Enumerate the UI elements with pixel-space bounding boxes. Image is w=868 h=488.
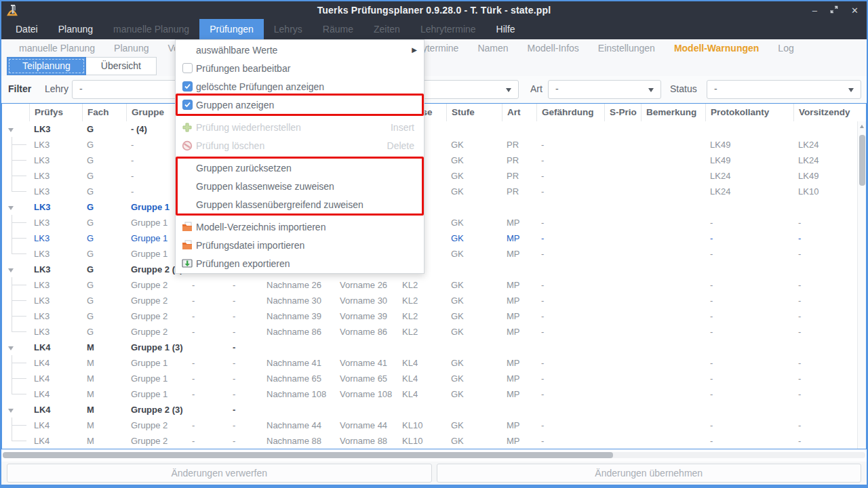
menubar-item-prüfungen[interactable]: Prüfungen [199,19,264,39]
tree-cell [2,355,29,371]
cell-pruefys: LK4 [29,386,82,402]
expander-icon[interactable] [8,128,14,132]
tab-namen[interactable]: Namen [468,43,517,54]
group-row[interactable]: LK3G- (4) [2,121,866,137]
tree-branch-line [2,215,29,230]
exam-row[interactable]: LK3GGruppe 2--Nachname 30Vorname 30KL2GK… [2,293,866,308]
exam-row[interactable]: LK3G-GKPR-LK24LK49 [2,168,866,184]
apply-changes-button[interactable]: Änderungen übernehmen [437,464,862,483]
menubar-item-datei[interactable]: Datei [5,19,48,39]
exam-row[interactable]: LK4MGruppe 1--Nachname 41Vorname 41KL4GK… [2,355,866,371]
menu-item-prüfungen-exportieren[interactable]: Prüfungen exportieren [176,254,424,272]
cell-vorsitzendy [793,121,858,137]
horizontal-scroll-thumb[interactable] [3,452,613,458]
menu-item-auswählbare-werte[interactable]: auswählbare Werte▶ [176,41,424,59]
exam-row[interactable]: LK3GGruppe 1GKMP--- [2,246,866,262]
cell-klasse: KL4 [397,371,446,386]
art-combobox[interactable]: - [548,80,661,99]
exam-row[interactable]: LK4MGruppe 1--Nachname 65Vorname 65KL4GK… [2,371,866,386]
restore-button[interactable] [830,5,838,15]
cell-sprio [604,277,641,293]
exam-row[interactable]: LK3GGruppe 1GKMP--- [2,215,866,230]
column-header-pruefys[interactable]: Prüfys [29,104,82,121]
menu-item-modell-verzeichnis-importieren[interactable]: Modell-Verzeichnis importieren [176,218,424,236]
exam-row[interactable]: LK4MGruppe 2--Nachname 88Vorname 88KL10G… [2,433,866,449]
menu-item-label: Gruppen klassenübergreifend zuweisen [196,199,424,210]
checkbox-unchecked-icon [180,63,195,73]
menu-item-gruppen-klassenweise-zuweisen[interactable]: Gruppen klassenweise zuweisen [176,177,424,195]
tab-teilplanung[interactable]: Teilplanung [7,57,86,75]
table-body: LK3G- (4)LK3G-GKPR-LK49LK24LK3G-GKPR-LK4… [2,121,866,449]
exam-row[interactable]: LK3GGruppe 2--Nachname 39Vorname 39KL2GK… [2,308,866,324]
exam-row[interactable]: LK4MGruppe 2--Nachname 44Vorname 44KL10G… [2,418,866,433]
tab-einstellungen[interactable]: Einstellungen [589,43,665,54]
column-header-protokollanty[interactable]: Protokollanty [705,104,793,121]
menubar-item-hilfe[interactable]: Hilfe [486,19,526,39]
cell-sprio [604,184,641,199]
exam-row[interactable]: LK3GGruppe 2--Nachname 26Vorname 26KL2GK… [2,277,866,293]
menu-item-gruppen-klassenübergreifend-zuweisen[interactable]: Gruppen klassenübergreifend zuweisen [176,195,424,214]
cell-vorname: Vorname 88 [335,433,397,449]
cell-sprio [604,402,641,418]
exam-row[interactable]: LK3GGruppe 1GKMP--- [2,230,866,246]
cell-protokollanty: - [705,324,793,340]
column-header-stufe[interactable]: Stufe [446,104,502,121]
menu-item-gruppen-zurücksetzen[interactable]: Gruppen zurücksetzen [176,159,424,177]
vertical-scroll-thumb[interactable] [859,135,865,186]
tab-log[interactable]: Log [768,43,803,54]
cell-pruefys: LK4 [29,418,82,433]
cell-hidden1: - [187,355,228,371]
exam-row[interactable]: LK3G-GKPR-LK24LK10 [2,184,866,199]
group-row[interactable]: LK4MGruppe 1 (3)- [2,340,866,355]
tab-modell-infos[interactable]: Modell-Infos [518,43,589,54]
cell-art: MP [502,371,536,386]
expander-icon[interactable] [8,409,14,413]
expander-icon[interactable] [8,206,14,210]
vertical-scrollbar[interactable] [857,121,866,449]
column-header-art[interactable]: Art [502,104,536,121]
discard-changes-button[interactable]: Änderungen verwerfen [7,464,432,483]
menu-item-gruppen-anzeigen[interactable]: Gruppen anzeigen [176,96,424,114]
exam-row[interactable]: LK3G-GKPR-LK49LK24 [2,137,866,152]
cell-hidden2: - [228,371,262,386]
horizontal-scrollbar[interactable] [1,449,867,462]
cell-protokollanty: - [705,215,793,230]
expander-icon[interactable] [8,346,14,350]
expander-icon[interactable] [8,268,14,272]
tab-modell-warnungen[interactable]: Modell-Warnungen [665,43,768,54]
column-header-sprio[interactable]: S-Prio [604,104,641,121]
filter-title: Filter [8,83,31,94]
group-row[interactable]: LK4MGruppe 2 (3)- [2,402,866,418]
column-header-vorsitzendy[interactable]: Vorsitzendy [793,104,858,121]
menu-item-prüfungsdatei-importieren[interactable]: Prüfungsdatei importieren [176,236,424,254]
cell-gruppe: Gruppe 1 [126,355,187,371]
exam-row[interactable]: LK3G-GKPR-LK49LK24 [2,152,866,168]
chevron-down-icon [648,88,654,92]
menu-item-gelöschte-prüfungen-anzeigen[interactable]: gelöschte Prüfungen anzeigen [176,77,424,96]
column-header-bemerkung[interactable]: Bemerkung [641,104,705,121]
column-header-fach[interactable]: Fach [82,104,126,121]
minimize-button[interactable]: – [812,6,817,15]
exam-row[interactable]: LK3GGruppe 2--Nachname 86Vorname 86KL2GK… [2,324,866,340]
tree-cell [2,293,29,308]
cell-art: PR [502,137,536,152]
column-header-gefaehrdung[interactable]: Gefährdung [536,104,604,121]
cell-bemerkung [641,355,705,371]
tab-manuelle-planung[interactable]: manuelle Planung [9,43,104,54]
tree-cell [2,402,29,418]
menubar-item-planung[interactable]: Planung [48,19,103,39]
scroll-up-icon[interactable] [858,121,866,131]
cell-hidden2: - [228,340,262,355]
menu-item-prüfungen-bearbeitbar[interactable]: Prüfungen bearbeitbar [176,59,424,77]
cell-vorsitzendy [793,402,858,418]
status-combobox[interactable]: - [707,80,861,99]
close-button[interactable]: ✕ [851,6,859,15]
exam-row[interactable]: LK4MGruppe 1--Nachname 108Vorname 108KL4… [2,386,866,402]
footer-bar: Änderungen verwerfen Änderungen übernehm… [1,462,867,485]
cell-klasse: KL10 [397,433,446,449]
tab-planung[interactable]: Planung [104,43,158,54]
group-row[interactable]: LK3GGruppe 2 (4)- [2,262,866,277]
group-row[interactable]: LK3GGruppe 1 [2,199,866,215]
cell-klasse [397,340,446,355]
tab-übersicht[interactable]: Übersicht [86,57,157,75]
